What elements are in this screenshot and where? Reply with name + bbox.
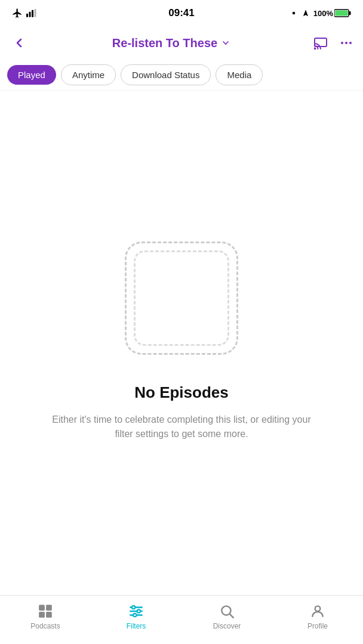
nav-discover[interactable]: Discover	[182, 603, 272, 630]
direction-icon	[302, 9, 310, 17]
nav-podcasts[interactable]: Podcasts	[0, 603, 91, 630]
header: Re-listen To These	[0, 26, 363, 60]
profile-icon	[310, 603, 325, 619]
svg-rect-7	[336, 11, 348, 16]
svg-point-11	[345, 42, 347, 44]
nav-filters-label: Filters	[127, 622, 146, 630]
back-button[interactable]	[10, 33, 29, 52]
svg-point-9	[314, 48, 316, 50]
status-bar: 09:41 100%	[0, 0, 363, 26]
nav-podcasts-label: Podcasts	[30, 622, 60, 630]
empty-state-subtitle: Either it's time to celebrate completing…	[44, 413, 319, 441]
tab-anytime[interactable]: Anytime	[61, 64, 116, 85]
svg-point-12	[349, 42, 352, 44]
signal-icon	[26, 9, 37, 17]
svg-point-25	[315, 606, 321, 611]
tab-played[interactable]: Played	[7, 65, 56, 85]
nav-profile-label: Profile	[307, 622, 328, 630]
svg-point-4	[292, 12, 295, 15]
svg-rect-8	[315, 38, 327, 47]
tab-media[interactable]: Media	[216, 64, 263, 85]
nav-discover-label: Discover	[213, 622, 241, 630]
svg-rect-6	[349, 11, 351, 15]
title-chevron-icon[interactable]	[221, 38, 230, 48]
cast-button[interactable]	[314, 36, 330, 49]
svg-point-10	[341, 42, 343, 44]
svg-rect-2	[32, 10, 33, 17]
svg-rect-13	[39, 605, 45, 611]
empty-state-title: No Episodes	[134, 383, 228, 402]
header-title-area: Re-listen To These	[29, 36, 314, 50]
svg-point-20	[132, 606, 135, 609]
svg-rect-15	[39, 612, 45, 618]
svg-point-22	[133, 614, 136, 617]
filter-tabs: Played Anytime Download Status Media	[0, 60, 363, 91]
svg-point-21	[137, 609, 140, 612]
filters-icon	[128, 603, 144, 619]
svg-rect-16	[46, 612, 52, 618]
airplane-icon	[12, 8, 23, 18]
status-right: 100%	[290, 9, 351, 18]
location-icon	[290, 9, 298, 17]
grid-icon	[38, 603, 53, 619]
status-left	[12, 8, 37, 18]
header-actions	[314, 36, 353, 50]
svg-rect-14	[46, 605, 52, 611]
bottom-nav: Podcasts Filters Discover Profile	[0, 595, 363, 644]
page-title: Re-listen To These	[112, 36, 217, 50]
nav-profile[interactable]: Profile	[272, 603, 363, 630]
tab-download-status[interactable]: Download Status	[121, 64, 211, 85]
empty-state-image	[125, 242, 238, 355]
status-time: 09:41	[168, 7, 194, 19]
svg-rect-3	[35, 9, 36, 17]
svg-rect-0	[26, 14, 28, 17]
svg-rect-1	[29, 12, 31, 17]
search-icon	[219, 603, 235, 619]
battery-indicator: 100%	[313, 9, 351, 18]
nav-filters[interactable]: Filters	[91, 603, 182, 630]
svg-line-24	[230, 614, 233, 618]
more-button[interactable]	[339, 36, 353, 50]
main-content: No Episodes Either it's time to celebrat…	[0, 91, 363, 592]
